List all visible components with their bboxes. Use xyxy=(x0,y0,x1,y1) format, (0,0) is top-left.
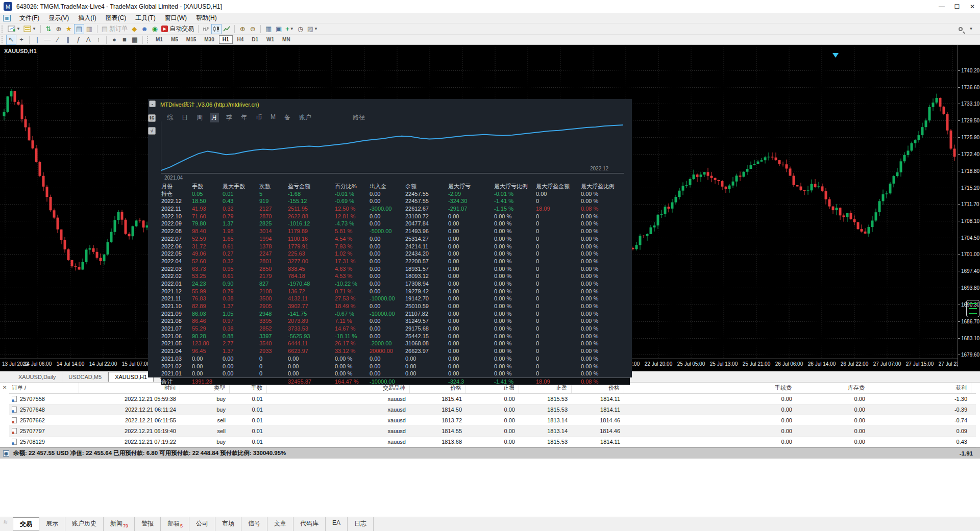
toolbar-overflow-icon[interactable]: ▼ xyxy=(966,24,976,34)
crosshair-target-icon[interactable]: ⊕ xyxy=(54,24,64,34)
price-chart[interactable]: XAUUSD,H1 13 Jul 202214 Jul 06:0014 Jul … xyxy=(0,45,980,371)
channel-tool[interactable]: ∥ xyxy=(63,35,73,45)
timeframe-h4[interactable]: H4 xyxy=(234,35,248,44)
line-chart-icon[interactable] xyxy=(222,24,232,34)
order-cell: buy xyxy=(180,396,230,402)
menu-item-5[interactable]: 窗口(W) xyxy=(160,13,191,23)
terminal-tab-账户历史[interactable]: 账户历史 xyxy=(65,517,104,531)
expert-remove-icon[interactable]: ◆ xyxy=(129,24,139,34)
chart-tab-usdcad-m5[interactable]: USDCAD,M5 xyxy=(62,372,108,382)
panel-minimize-button[interactable]: - xyxy=(149,100,156,107)
stats-cell: 22612.67 xyxy=(405,205,448,213)
menu-item-4[interactable]: 工具(T) xyxy=(131,13,160,23)
menu-item-1[interactable]: 显示(V) xyxy=(44,13,74,23)
menu-item-0[interactable]: 文件(F) xyxy=(15,13,44,23)
terminal-tab-日志[interactable]: 日志 xyxy=(348,517,374,531)
zoom-out-icon[interactable]: ⊖ xyxy=(248,24,258,34)
data-window-icon[interactable]: ▥ xyxy=(84,24,94,34)
ellipse-tool[interactable]: ● xyxy=(109,35,119,45)
toolbar-grip[interactable] xyxy=(2,26,4,33)
order-row[interactable]: 257081292022.12.21 07:19:22buy0.01xauusd… xyxy=(9,437,976,447)
equity-curve-box xyxy=(161,121,624,173)
time-tick: 26 Jul 06:00 xyxy=(775,361,803,367)
rectangle-tool[interactable]: ■ xyxy=(119,35,130,45)
stats-cell: 0 xyxy=(536,243,581,250)
profiles-button[interactable]: ▼ xyxy=(22,24,38,34)
order-row[interactable]: 257075582022.12.21 05:59:38buy0.01xauusd… xyxy=(9,394,976,404)
stats-cell: 2021.10 xyxy=(161,302,192,310)
terminal-tab-交易[interactable]: 交易 xyxy=(13,517,39,531)
menu-item-6[interactable]: 帮助(H) xyxy=(191,13,222,23)
stats-total-row: 合计1391.2832455.87164.47 %-10000.00-324.3… xyxy=(161,377,630,385)
timeframe-m1[interactable]: M1 xyxy=(152,35,166,44)
tick-chart-icon[interactable]: ⇅ xyxy=(43,24,54,34)
community-icon[interactable]: ☻ xyxy=(139,24,150,34)
vertical-line-tool[interactable]: | xyxy=(32,35,42,45)
trendline-tool[interactable]: ∕ xyxy=(53,35,63,45)
periods-button[interactable]: ◷ xyxy=(296,24,306,34)
new-chart-button[interactable]: ▼ xyxy=(6,24,22,34)
new-order-button[interactable]: ▤新订单 xyxy=(100,24,129,34)
stats-cell: 25010.59 xyxy=(405,302,448,310)
terminal-tab-警报[interactable]: 警报 xyxy=(135,517,161,531)
timeframe-d1[interactable]: D1 xyxy=(248,35,262,44)
crosshair-tool[interactable]: + xyxy=(16,35,27,45)
tile-windows-icon[interactable]: ▦ xyxy=(263,24,274,34)
autotrade-button[interactable]: ▶自动交易 xyxy=(160,24,195,34)
order-row[interactable]: 257076622022.12.21 06:11:55sell0.01xauus… xyxy=(9,415,976,426)
stats-cell: 2022.03 xyxy=(161,265,192,273)
bar-chart-icon[interactable] xyxy=(201,24,211,34)
timeframe-m15[interactable]: M15 xyxy=(183,35,200,44)
toolbar-grip[interactable] xyxy=(147,36,150,43)
scale-scroll-thumb[interactable] xyxy=(966,300,979,317)
terminal-tab-信号[interactable]: 信号 xyxy=(241,517,267,531)
timeframe-w1[interactable]: W1 xyxy=(263,35,278,44)
zoom-in-icon[interactable]: ⊕ xyxy=(237,24,248,34)
arrow-tool[interactable]: ↑ xyxy=(93,35,104,45)
terminal-tab-邮箱[interactable]: 邮箱5 xyxy=(161,517,189,531)
order-row[interactable]: 257076482022.12.21 06:11:24buy0.01xauusd… xyxy=(9,404,976,415)
stats-cell: 3277.00 xyxy=(288,258,335,265)
terminal-close-icon[interactable]: ✕ xyxy=(3,385,7,390)
chart-tab-xauusd-h1[interactable]: XAUUSD,H1 xyxy=(108,372,154,382)
text-tool[interactable]: A xyxy=(83,35,93,45)
stats-cell: 0.00 xyxy=(223,370,259,377)
signal-icon[interactable]: ◉ xyxy=(150,24,160,34)
terminal-tab-展示[interactable]: 展示 xyxy=(39,517,65,531)
stats-row: 2022.1071.600.7928702622.8812.81 %0.0023… xyxy=(161,213,630,220)
favorites-icon[interactable]: ★ xyxy=(64,24,74,34)
stats-cell: 0.00 xyxy=(223,363,259,370)
terminal-tab-EA[interactable]: EA xyxy=(326,517,348,531)
fibonacci-tool[interactable]: ƒ xyxy=(73,35,83,45)
pattern-tool[interactable]: ▦ xyxy=(130,35,140,45)
minimize-button[interactable]: — xyxy=(934,0,949,13)
market-watch-button[interactable]: ▤ xyxy=(74,24,84,34)
menu-item-3[interactable]: 图表(C) xyxy=(101,13,131,23)
vps-icon[interactable]: ≋ xyxy=(1,519,10,530)
timeframe-h1[interactable]: H1 xyxy=(219,35,233,44)
timeframe-mn[interactable]: MN xyxy=(279,35,294,44)
stats-cell: 2021.05 xyxy=(161,340,192,347)
order-row[interactable]: 257077972022.12.21 06:19:40sell0.01xauus… xyxy=(9,426,976,437)
menu-item-2[interactable]: 插入(I) xyxy=(74,13,101,23)
terminal-tab-公司[interactable]: 公司 xyxy=(189,517,215,531)
toolbar-grip[interactable] xyxy=(2,36,4,43)
indicators-button[interactable]: +▼ xyxy=(284,24,296,34)
search-icon[interactable] xyxy=(955,24,966,34)
panel-move-button[interactable]: 移 xyxy=(148,114,156,122)
terminal-tab-市场[interactable]: 市场 xyxy=(215,517,241,531)
chart-tab-xauusd-daily[interactable]: XAUUSD,Daily xyxy=(12,372,62,382)
terminal-tab-文章[interactable]: 文章 xyxy=(267,517,293,531)
terminal-tab-新闻[interactable]: 新闻79 xyxy=(104,517,135,531)
horizontal-line-tool[interactable]: — xyxy=(42,35,53,45)
close-button[interactable]: ✕ xyxy=(965,0,980,13)
templates-button[interactable]: ▨▼ xyxy=(306,24,320,34)
timeframe-m5[interactable]: M5 xyxy=(167,35,182,44)
arrange-icon[interactable]: ▣ xyxy=(274,24,284,34)
cursor-tool[interactable]: ↖ xyxy=(6,35,16,45)
panel-check-button[interactable]: √ xyxy=(148,127,156,135)
maximize-button[interactable]: ☐ xyxy=(949,0,965,13)
timeframe-m30[interactable]: M30 xyxy=(201,35,217,44)
terminal-tab-代码库[interactable]: 代码库 xyxy=(293,517,326,531)
candlestick-icon[interactable] xyxy=(211,24,222,34)
